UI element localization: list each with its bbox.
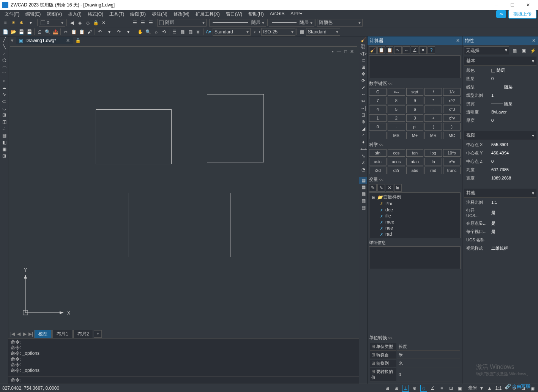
table-tool-icon[interactable]: ⊞ — [0, 153, 8, 159]
chamfer-icon[interactable]: ◢ — [359, 125, 368, 132]
mdi-restore-icon[interactable]: ▫ — [332, 49, 333, 54]
arc-icon[interactable]: ⌒ — [0, 71, 8, 77]
calc-key[interactable]: 4 — [369, 105, 387, 113]
matchprop-icon[interactable]: 🖌 — [86, 28, 93, 36]
mirror-icon[interactable]: ◁▷ — [359, 50, 368, 57]
property-row[interactable]: 图层0 — [465, 75, 536, 82]
property-row[interactable]: 厚度0 — [465, 116, 536, 124]
hardware-icon[interactable]: ⊡ — [520, 385, 527, 392]
calc-key[interactable]: sqrt — [406, 88, 424, 96]
pick-icon[interactable]: ▣ — [520, 47, 527, 55]
calc-key[interactable]: rnd — [424, 167, 442, 174]
tree-item[interactable]: xmee — [370, 219, 459, 225]
calc-key[interactable]: ) — [443, 123, 461, 131]
menu-item[interactable]: 窗口(W) — [223, 10, 245, 18]
align-b-icon[interactable]: ☰ — [147, 19, 155, 27]
unit-row[interactable]: ⊞ 单位类型长度 — [370, 343, 460, 351]
calc-key[interactable]: 2 — [388, 114, 405, 122]
preview-icon[interactable]: 🔍 — [44, 28, 51, 36]
rotate-icon[interactable]: ⟳ — [359, 77, 368, 84]
trim-icon[interactable]: ✂ — [359, 98, 368, 105]
var-del-icon[interactable]: ✕ — [386, 184, 393, 192]
menu-item[interactable]: 修改(M) — [170, 10, 192, 18]
design-icon[interactable]: ▦ — [178, 28, 186, 36]
menu-item[interactable]: 格式(O) — [85, 10, 106, 18]
calc-hist-icon[interactable]: 📋 — [377, 46, 385, 54]
publish-icon[interactable]: 📤 — [52, 28, 59, 36]
tab-last-icon[interactable]: ▶| — [28, 331, 33, 337]
calc-key[interactable]: - — [424, 105, 442, 113]
dim-lin-icon[interactable]: ⟷ — [359, 146, 368, 153]
tab-prev-icon[interactable]: ◀ — [16, 331, 21, 337]
cut-icon[interactable]: ✂ — [62, 28, 69, 36]
save-icon[interactable]: 💾 — [17, 28, 25, 36]
property-row[interactable]: 中心点 X555.8901 — [465, 141, 536, 148]
calc-get-icon[interactable]: ↖ — [394, 46, 402, 54]
palette4-icon[interactable]: ▦ — [359, 197, 368, 204]
units-label[interactable]: 毫米 — [468, 385, 477, 391]
tab-close-icon[interactable]: ✕ — [66, 38, 70, 43]
cloud-icon[interactable]: ∞ — [496, 10, 506, 18]
property-row[interactable]: 透明度ByLayer — [465, 108, 536, 116]
pan-icon[interactable]: ✋ — [136, 28, 144, 36]
calc-key[interactable]: r2d — [369, 167, 387, 174]
drawing-canvas[interactable]: ▫ — □ ✕ X Y — [8, 45, 359, 330]
text-icon[interactable]: A▾ — [205, 28, 212, 36]
minimize-button[interactable]: ─ — [489, 0, 504, 9]
calc-key[interactable]: tan — [406, 149, 424, 157]
property-row[interactable]: UCS 名称 — [465, 236, 536, 244]
property-row[interactable]: 宽度1089.2668 — [465, 174, 536, 182]
property-row[interactable]: 线宽随层 — [465, 100, 536, 107]
scale-label[interactable]: 1:1 — [495, 386, 502, 391]
explode-icon[interactable]: ✦ — [359, 139, 368, 146]
sun2-icon[interactable]: ✱ — [17, 19, 25, 27]
spline-icon[interactable]: ∿ — [0, 91, 8, 98]
dim-icon[interactable]: ⟷ — [253, 28, 261, 36]
gradient-icon[interactable]: ◧ — [0, 139, 8, 146]
menu-item[interactable]: 插入(I) — [65, 10, 84, 18]
property-row[interactable]: 每个视口...是 — [465, 228, 536, 235]
menu-item[interactable]: ArcGIS — [267, 10, 288, 18]
dim-rad-icon[interactable]: ◔ — [359, 166, 368, 173]
erase-icon[interactable]: 🧹 — [359, 36, 368, 43]
property-row[interactable]: 注释比例1:1 — [465, 198, 536, 206]
panel-close-icon[interactable]: ✕ — [456, 38, 460, 43]
property-row[interactable]: 高度607.7385 — [465, 166, 536, 173]
calc-key[interactable]: pi — [406, 123, 424, 131]
var-calc-icon[interactable]: 🖩 — [394, 184, 402, 192]
offset-icon[interactable]: ⊂ — [359, 57, 368, 64]
lwt-icon[interactable]: ≡ — [439, 385, 445, 392]
close-button[interactable]: ✕ — [521, 0, 536, 9]
props-icon[interactable]: ☰ — [170, 28, 178, 36]
mdi-max-icon[interactable]: □ — [344, 49, 347, 54]
calc-key[interactable]: cos — [388, 149, 405, 157]
model-icon[interactable]: ▣ — [457, 385, 464, 392]
calc-key[interactable]: 9 — [406, 97, 424, 104]
calc-key[interactable]: MC — [443, 132, 461, 139]
pline-icon[interactable]: ⟋ — [0, 50, 8, 57]
calc-key[interactable]: log — [424, 149, 442, 157]
calc-key[interactable]: trunc — [443, 167, 461, 174]
redo-icon[interactable]: ↷ — [115, 28, 123, 36]
saveas-icon[interactable]: 💾 — [25, 28, 33, 36]
calc-key[interactable]: 3 — [406, 114, 424, 122]
menu-item[interactable]: 帮助(H) — [245, 10, 267, 18]
layer-freeze-icon[interactable]: ▾ — [25, 19, 36, 27]
copy-tool-icon[interactable]: ⿻ — [359, 43, 368, 50]
plot-icon[interactable]: 🖨 — [36, 28, 43, 36]
menu-item[interactable]: APP+ — [287, 10, 305, 18]
palette5-icon[interactable]: ▦ — [359, 204, 368, 211]
color-combo[interactable]: 随层▾ — [157, 19, 207, 27]
block-icon[interactable]: ◫ — [0, 118, 8, 125]
lineweight-combo[interactable]: 随层▾ — [269, 19, 314, 27]
dyn-icon[interactable]: ⊡ — [448, 385, 454, 392]
circle-icon[interactable]: ○ — [0, 77, 8, 84]
osnap-icon[interactable]: ◇ — [420, 385, 427, 392]
unit-row[interactable]: ⊞ 要转换的值0 — [370, 368, 460, 381]
calc-key[interactable]: 7 — [369, 97, 387, 104]
line-icon[interactable]: ╱ — [0, 36, 8, 43]
calc-key[interactable]: M+ — [406, 132, 424, 139]
calc-dist-icon[interactable]: ↔ — [402, 46, 410, 54]
menu-item[interactable]: 绘图(D) — [127, 10, 149, 18]
sun-icon[interactable]: ☀ — [9, 19, 17, 27]
